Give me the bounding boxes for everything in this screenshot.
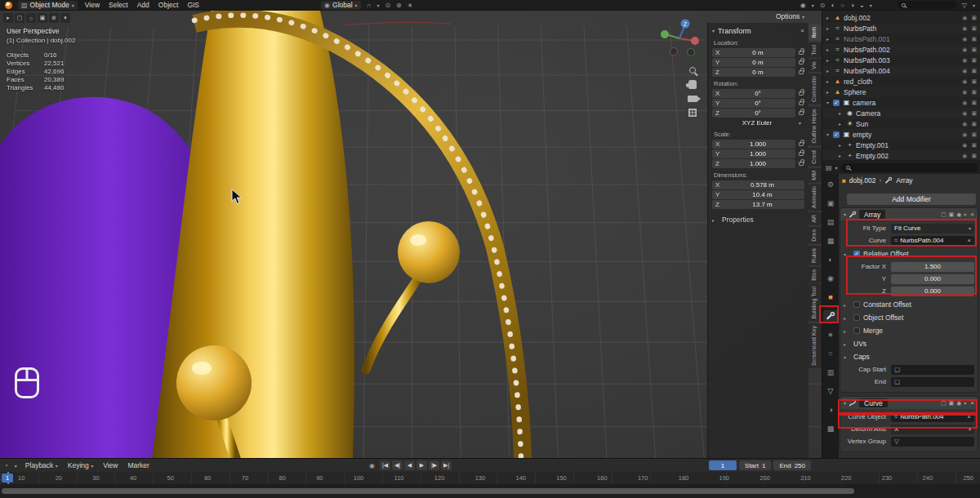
- rotation-z-field[interactable]: Z0°: [712, 109, 795, 118]
- particles-tab-icon[interactable]: ∗: [823, 329, 838, 340]
- sidebar-tab-crest[interactable]: Crest: [808, 148, 822, 167]
- disable-render-icon[interactable]: ▣: [971, 89, 977, 96]
- properties-editor-icon[interactable]: ▤: [826, 164, 832, 171]
- hide-viewport-icon[interactable]: ◉: [962, 15, 967, 21]
- tool-more-button[interactable]: ▾: [60, 13, 70, 23]
- cap-start-picker[interactable]: ▢: [891, 365, 974, 375]
- menu-marker[interactable]: Marker: [126, 461, 150, 469]
- jump-to-start-button[interactable]: |◀: [380, 460, 390, 470]
- select-circle-tool-button[interactable]: ○: [26, 13, 36, 23]
- edit-mode-toggle-icon[interactable]: ▢: [941, 400, 947, 407]
- expand-icon[interactable]: ▸: [826, 89, 833, 95]
- constant-offset-checkbox[interactable]: [853, 301, 860, 308]
- sidebar-tab-rulok[interactable]: Rulok: [808, 246, 822, 265]
- realtime-toggle-icon[interactable]: ▣: [949, 400, 955, 407]
- hide-viewport-icon[interactable]: ◉: [962, 78, 967, 85]
- transform-panel-header[interactable]: ▾ Transform ×: [712, 25, 804, 36]
- object-offset-section[interactable]: ▸ Object Offset: [844, 313, 974, 322]
- array-modifier-header[interactable]: ▾ Array ▢ ▣ ◉ ▾ ×: [840, 208, 978, 220]
- sidebar-tab-animatio[interactable]: Animatio: [808, 184, 822, 211]
- disable-render-icon[interactable]: ▣: [971, 15, 977, 21]
- breadcrumb-modifier[interactable]: Array: [896, 176, 912, 185]
- sidebar-tab-view[interactable]: Vie: [808, 59, 822, 72]
- clear-icon[interactable]: ×: [967, 413, 971, 420]
- menu-view[interactable]: View: [83, 1, 101, 9]
- outliner-row-sphere[interactable]: ▸ ▲ Sphere ◉▣: [822, 87, 980, 97]
- current-frame-field[interactable]: 1: [709, 460, 737, 470]
- expand-icon[interactable]: ▸: [839, 153, 845, 158]
- lock-icon[interactable]: [799, 91, 804, 96]
- render-toggle-icon[interactable]: ◉: [956, 400, 961, 407]
- render-tab-icon[interactable]: ▣: [823, 198, 838, 209]
- disable-render-icon[interactable]: ▣: [971, 131, 977, 138]
- hide-viewport-icon[interactable]: ◉: [962, 25, 967, 32]
- factor-z-field[interactable]: 0.000: [891, 287, 974, 296]
- sidebar-tab-mm[interactable]: MM: [808, 168, 822, 183]
- vertex-group-picker[interactable]: ▽: [891, 437, 974, 447]
- disable-render-icon[interactable]: ▣: [971, 68, 977, 74]
- auto-key-record-icon[interactable]: ◉: [369, 462, 375, 469]
- outliner-row-nurbspath[interactable]: ▸ ≈ NurbsPath ◉▣: [822, 23, 980, 33]
- expand-icon[interactable]: ▸: [826, 25, 833, 31]
- play-button[interactable]: ▶: [416, 460, 427, 470]
- orthographic-grid-icon[interactable]: [688, 109, 697, 117]
- proportional-edit-icon[interactable]: ⊙: [385, 2, 390, 9]
- lock-icon[interactable]: [799, 152, 804, 156]
- snap-magnet-icon[interactable]: ∩: [367, 2, 372, 9]
- curve-object-picker[interactable]: ≈ NurbsPath.004 ×: [891, 236, 974, 246]
- edit-mode-toggle-icon[interactable]: ▢: [941, 211, 947, 218]
- hide-viewport-icon[interactable]: ◉: [962, 89, 967, 96]
- hide-viewport-icon[interactable]: ◉: [962, 100, 967, 106]
- options-button[interactable]: Options ▾: [776, 12, 804, 20]
- xray-toggle-icon[interactable]: ◐: [831, 2, 835, 9]
- visibility-dropdown-icon[interactable]: ◉: [800, 2, 806, 9]
- outliner-search-input[interactable]: [898, 1, 956, 9]
- snapping-icon[interactable]: ⊕: [396, 2, 402, 9]
- dimensions-y-field[interactable]: Y10.4 m: [712, 190, 804, 199]
- navigation-gizmo[interactable]: Z: [658, 16, 701, 59]
- menu-add[interactable]: Add: [136, 1, 151, 9]
- shading-rendered-icon[interactable]: ◒: [860, 2, 864, 9]
- rotation-y-field[interactable]: Y0°: [712, 99, 795, 108]
- jump-to-end-button[interactable]: ▶|: [441, 460, 452, 470]
- modifier-name-field[interactable]: Array: [859, 210, 885, 219]
- sidebar-tab-dres[interactable]: Dres: [808, 227, 822, 244]
- cap-end-picker[interactable]: ▢: [891, 377, 974, 387]
- disable-render-icon[interactable]: ▣: [971, 57, 977, 64]
- timeline-ruler[interactable]: 1020304050607080901001101201301401501601…: [0, 472, 980, 484]
- viewport-3d[interactable]: ▸ ▢ ○ ▣ ⊕ ▾ User Perspective (1) Collect…: [0, 11, 822, 458]
- zoom-icon[interactable]: [689, 67, 696, 73]
- pan-hand-icon[interactable]: [688, 80, 697, 89]
- outliner-row-dobj002[interactable]: ▸ ▲ dobj.002 ◉▣: [822, 12, 980, 23]
- modifiers-tab-icon[interactable]: [823, 310, 838, 322]
- disable-render-icon[interactable]: ▣: [971, 36, 977, 42]
- collection-checkbox[interactable]: ✓: [833, 100, 840, 106]
- outliner-row-sun[interactable]: ▸ ☀ Sun ◉▣: [822, 118, 980, 129]
- realtime-toggle-icon[interactable]: ▣: [949, 211, 955, 218]
- mode-dropdown[interactable]: ▧ Object Mode ▾: [18, 1, 78, 10]
- shading-wireframe-icon[interactable]: ○: [840, 2, 844, 9]
- merge-checkbox[interactable]: [853, 327, 860, 334]
- expand-icon[interactable]: ▸: [839, 110, 845, 116]
- outliner-row-empty002[interactable]: ▸ + Empty.002 ◉▣: [822, 150, 980, 160]
- disable-render-icon[interactable]: ▣: [971, 110, 977, 117]
- location-y-field[interactable]: Y0 m: [712, 58, 795, 67]
- menu-gis[interactable]: GIS: [185, 1, 201, 9]
- hide-viewport-icon[interactable]: ◉: [962, 153, 967, 159]
- expand-icon[interactable]: ▸: [826, 57, 833, 63]
- scene-tab-icon[interactable]: ◐: [823, 254, 838, 265]
- expand-icon[interactable]: ▸: [826, 15, 833, 20]
- menu-timeline-view[interactable]: View: [101, 461, 119, 469]
- relative-offset-checkbox[interactable]: ✓: [853, 251, 860, 257]
- factor-y-field[interactable]: 0.000: [891, 274, 974, 284]
- outliner-row-red-cloth[interactable]: ▸ ▲ red_cloth ◉▣: [822, 76, 980, 87]
- dimensions-x-field[interactable]: X0.578 m: [712, 180, 804, 189]
- sidebar-tab-outline-helper[interactable]: Outline Helpe: [808, 106, 822, 145]
- lock-icon[interactable]: [799, 111, 804, 115]
- sidebar-tab-building-tool[interactable]: Building Tool: [808, 284, 822, 322]
- add-modifier-button[interactable]: Add Modifier: [847, 193, 976, 205]
- uvs-section[interactable]: ▸ UVs: [844, 339, 974, 349]
- outliner-row-nurbspath003[interactable]: ▸ ≈ NurbsPath.003 ◉▣: [822, 55, 980, 65]
- sidebar-tab-tool[interactable]: Tool: [808, 42, 822, 58]
- cursor-tool-button[interactable]: ⊕: [49, 13, 59, 23]
